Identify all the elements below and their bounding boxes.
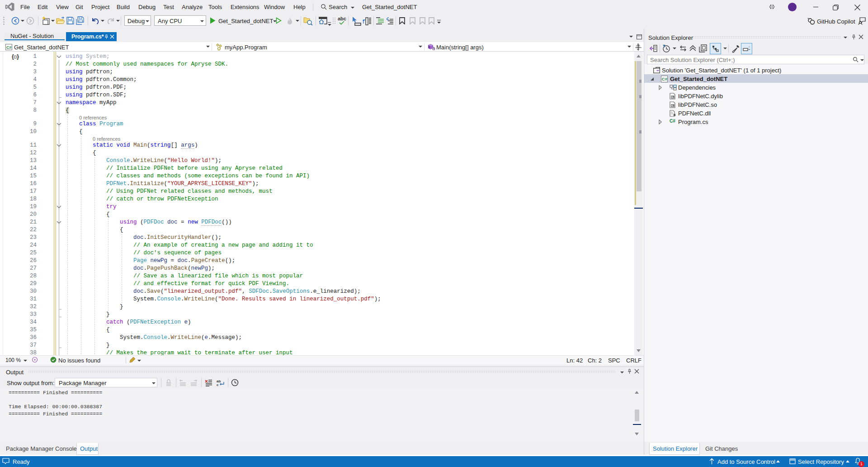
svg-text:C#: C#	[662, 76, 668, 81]
svg-text:c: c	[217, 383, 219, 386]
svg-text:C#: C#	[6, 45, 12, 50]
